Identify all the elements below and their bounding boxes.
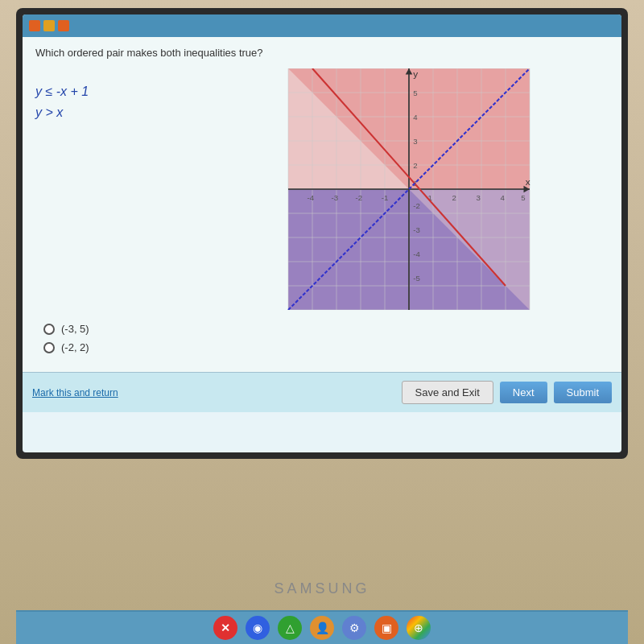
svg-text:-2: -2 xyxy=(356,193,363,202)
answer-choice-a[interactable]: (-3, 5) xyxy=(43,323,609,335)
graph-svg: x y 5 4 3 2 1 -2 -3 -4 -5 xyxy=(209,68,609,310)
svg-text:2: 2 xyxy=(452,193,456,202)
svg-text:-3: -3 xyxy=(332,193,339,202)
close-btn[interactable] xyxy=(29,20,40,31)
save-exit-button[interactable]: Save and Exit xyxy=(402,381,493,404)
svg-text:3: 3 xyxy=(477,193,481,202)
maximize-btn[interactable] xyxy=(58,20,69,31)
taskbar-icon-x[interactable]: ✕ xyxy=(213,616,237,640)
next-button[interactable]: Next xyxy=(500,382,547,403)
inequality-1: y ≤ -x + 1 xyxy=(35,85,196,99)
samsung-label: SAMSUNG xyxy=(274,580,369,597)
radio-a[interactable] xyxy=(43,324,55,335)
svg-text:5: 5 xyxy=(413,89,417,97)
inequality-2: y > x xyxy=(35,105,196,120)
taskbar-icon-drive[interactable]: △ xyxy=(278,616,302,640)
svg-text:4: 4 xyxy=(413,113,418,122)
svg-text:-3: -3 xyxy=(413,225,420,234)
taskbar: ✕ ◉ △ 👤 ⚙ ▣ ⊕ xyxy=(16,610,628,644)
submit-button[interactable]: Submit xyxy=(554,382,612,403)
screen-bezel: Which ordered pair makes both inequaliti… xyxy=(16,8,628,459)
svg-text:-4: -4 xyxy=(413,250,420,258)
quiz-area: Which ordered pair makes both inequaliti… xyxy=(23,37,621,412)
laptop-body: Which ordered pair makes both inequaliti… xyxy=(0,0,644,644)
minimize-btn[interactable] xyxy=(43,20,55,31)
svg-text:2: 2 xyxy=(413,161,417,170)
answer-label-b: (-2, 2) xyxy=(61,341,89,353)
answer-choice-b[interactable]: (-2, 2) xyxy=(43,341,609,353)
svg-text:3: 3 xyxy=(413,137,417,146)
mark-return-link[interactable]: Mark this and return xyxy=(32,387,402,398)
answer-choices: (-3, 5) (-2, 2) xyxy=(35,323,609,353)
svg-text:5: 5 xyxy=(521,193,525,202)
taskbar-icon-files[interactable]: ▣ xyxy=(374,616,398,640)
taskbar-icon-browser[interactable]: ◉ xyxy=(246,616,270,640)
screen: Which ordered pair makes both inequaliti… xyxy=(23,14,621,452)
taskbar-icon-chrome[interactable]: ⊕ xyxy=(407,616,431,640)
answer-label-a: (-3, 5) xyxy=(61,323,89,335)
browser-chrome xyxy=(23,14,621,37)
svg-text:-2: -2 xyxy=(413,201,420,210)
question-text: Which ordered pair makes both inequaliti… xyxy=(35,47,609,59)
svg-text:-5: -5 xyxy=(413,274,420,283)
taskbar-icon-settings[interactable]: ⚙ xyxy=(342,616,366,640)
svg-text:-4: -4 xyxy=(308,193,315,202)
svg-text:4: 4 xyxy=(501,193,506,202)
graph-container: x y 5 4 3 2 1 -2 -3 -4 -5 xyxy=(209,68,609,310)
svg-text:-1: -1 xyxy=(382,193,389,202)
radio-b[interactable] xyxy=(43,342,55,353)
taskbar-icon-person[interactable]: 👤 xyxy=(310,616,334,640)
svg-text:x: x xyxy=(526,176,530,187)
svg-text:y: y xyxy=(413,68,418,79)
content-row: y ≤ -x + 1 y > x xyxy=(35,68,609,310)
inequalities-section: y ≤ -x + 1 y > x xyxy=(35,68,196,310)
bottom-bar: Mark this and return Save and Exit Next … xyxy=(23,372,621,412)
